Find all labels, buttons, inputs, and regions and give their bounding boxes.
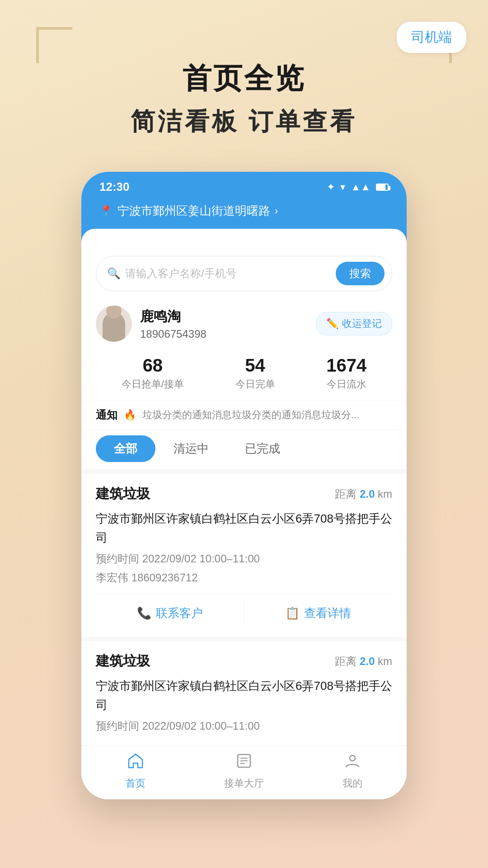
tab-completed[interactable]: 已完成 <box>227 435 298 462</box>
wifi-icon: ▾ <box>340 181 345 193</box>
contact-customer-button-1[interactable]: 📞 联系客户 <box>96 601 244 626</box>
order-header-1: 建筑垃圾 距离 2.0 km <box>96 485 392 503</box>
detail-icon-1: 📋 <box>285 606 300 620</box>
order-address-2: 宁波市鄞州区许家镇白鹤社区白云小区6弄708号搭把手公司 <box>96 677 392 714</box>
location-text: 宁波市鄞州区姜山街道明曙路 <box>117 203 270 219</box>
stat-item-orders: 68 今日抢单/接单 <box>122 355 184 391</box>
order-header-2: 建筑垃圾 距离 2.0 km <box>96 652 392 670</box>
order-contact-1: 李宏伟 18609236712 <box>96 571 392 585</box>
home-icon <box>127 753 144 773</box>
phone-mockup: 12:30 ✦ ▾ ▲▲ 📍 宁波市鄞州区姜山街道明曙路 › 🔍 请输入客户名称… <box>81 172 407 799</box>
battery-icon <box>376 184 389 191</box>
header-title: 首页全览 <box>0 59 488 98</box>
location-bar[interactable]: 📍 宁波市鄞州区姜山街道明曙路 › <box>81 198 407 229</box>
order-type-2: 建筑垃圾 <box>96 652 150 670</box>
status-icons: ✦ ▾ ▲▲ <box>327 181 389 193</box>
bluetooth-icon: ✦ <box>327 181 335 193</box>
profile-left: 鹿鸣淘 18906754398 <box>96 306 206 342</box>
nav-label-home: 首页 <box>126 777 145 790</box>
shouyun-button[interactable]: ✏️ 收运登记 <box>316 312 392 335</box>
edit-icon: ✏️ <box>326 318 338 330</box>
tab-all[interactable]: 全部 <box>96 435 155 462</box>
nav-label-mine: 我的 <box>343 777 362 790</box>
location-icon: 📍 <box>99 205 113 217</box>
order-distance-2: 距离 2.0 km <box>335 654 392 669</box>
stat-item-revenue: 1674 今日流水 <box>326 355 366 391</box>
search-icon: 🔍 <box>107 267 121 280</box>
order-address-1: 宁波市鄞州区许家镇白鹤社区白云小区6弄708号搭把手公司 <box>96 509 392 547</box>
stat-label-complete: 今日完单 <box>235 377 275 391</box>
stat-item-complete: 54 今日完单 <box>235 355 275 391</box>
order-card-1: 建筑垃圾 距离 2.0 km 宁波市鄞州区许家镇白鹤社区白云小区6弄708号搭把… <box>81 469 407 637</box>
notif-tag: 通知 <box>96 408 117 422</box>
status-bar: 12:30 ✦ ▾ ▲▲ <box>81 172 407 198</box>
nav-label-hall: 接单大厅 <box>224 777 264 790</box>
phone-icon-1: 📞 <box>137 606 151 620</box>
order-time-1: 预约时间 2022/09/02 10:00–11:00 <box>96 552 392 566</box>
order-distance-1: 距离 2.0 km <box>335 487 392 501</box>
notif-text: 垃圾分类的通知消息垃圾分类的通知消息垃圾分... <box>142 408 392 422</box>
notif-icon: 🔥 <box>124 409 136 421</box>
notification-bar: 通知 🔥 垃圾分类的通知消息垃圾分类的通知消息垃圾分... <box>81 400 407 429</box>
order-type-1: 建筑垃圾 <box>96 485 150 503</box>
tab-in-progress[interactable]: 清运中 <box>155 435 227 462</box>
status-time: 12:30 <box>99 180 130 194</box>
stat-label-orders: 今日抢单/接单 <box>122 377 184 391</box>
profile-phone: 18906754398 <box>140 328 206 340</box>
tabs-section: 全部 清运中 已完成 <box>81 429 407 469</box>
order-card-2: 建筑垃圾 距离 2.0 km 宁波市鄞州区许家镇白鹤社区白云小区6弄708号搭把… <box>81 637 407 745</box>
svg-point-4 <box>350 755 355 761</box>
profile-section: 鹿鸣淘 18906754398 ✏️ 收运登记 <box>81 298 407 351</box>
search-bar: 🔍 请输入客户名称/手机号 搜索 <box>96 256 392 291</box>
contact-label-1: 联系客户 <box>156 605 203 621</box>
search-section: 🔍 请输入客户名称/手机号 搜索 <box>81 247 407 298</box>
nav-item-mine[interactable]: 我的 <box>298 745 407 799</box>
mine-icon <box>344 753 361 773</box>
order-distance-num-2: 2.0 <box>360 655 375 667</box>
profile-name: 鹿鸣淘 <box>140 307 206 326</box>
avatar <box>96 306 132 342</box>
order-time-2: 预约时间 2022/09/02 10:00–11:00 <box>96 719 392 733</box>
stat-num-complete: 54 <box>235 355 275 376</box>
order-distance-num-1: 2.0 <box>360 488 375 500</box>
avatar-figure <box>103 312 125 342</box>
corner-decoration-tl <box>36 27 72 63</box>
driver-badge[interactable]: 司机端 <box>397 22 466 53</box>
nav-item-home[interactable]: 首页 <box>81 745 190 799</box>
bottom-nav: 首页 接单大厅 我的 <box>81 745 407 799</box>
header-section: 首页全览 简洁看板 订单查看 <box>0 0 488 138</box>
stat-num-orders: 68 <box>122 355 184 376</box>
search-placeholder: 请输入客户名称/手机号 <box>125 266 331 281</box>
search-button[interactable]: 搜索 <box>336 262 385 285</box>
nav-item-hall[interactable]: 接单大厅 <box>190 745 298 799</box>
view-detail-button-1[interactable]: 📋 查看详情 <box>244 601 393 626</box>
signal-icon: ▲▲ <box>351 181 371 193</box>
header-subtitle: 简洁看板 订单查看 <box>0 105 488 138</box>
profile-info: 鹿鸣淘 18906754398 <box>140 307 206 340</box>
location-arrow: › <box>275 205 278 217</box>
blue-curve <box>81 229 407 247</box>
stats-section: 68 今日抢单/接单 54 今日完单 1674 今日流水 <box>81 351 407 400</box>
stat-num-revenue: 1674 <box>326 355 366 376</box>
order-actions-1: 📞 联系客户 📋 查看详情 <box>96 593 392 626</box>
stat-label-revenue: 今日流水 <box>326 377 366 391</box>
hall-icon <box>236 753 252 773</box>
avatar-head <box>106 306 122 319</box>
detail-label-1: 查看详情 <box>304 605 351 621</box>
